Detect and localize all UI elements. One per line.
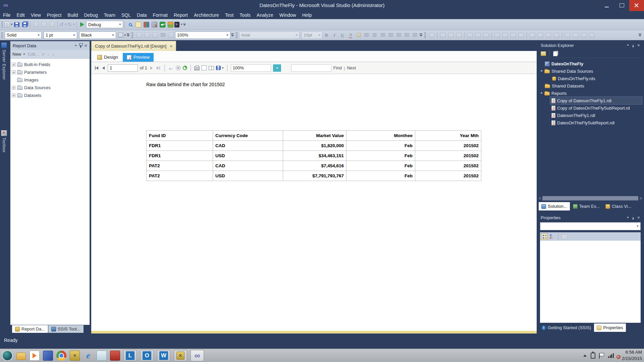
next-link[interactable]: Next xyxy=(347,65,356,70)
node-subreport[interactable]: DatesOnTheFlySubReport.rdl xyxy=(539,119,642,126)
toolbar-overflow-button[interactable] xyxy=(419,32,423,39)
home-icon[interactable] xyxy=(541,51,546,56)
import-button[interactable] xyxy=(158,20,166,28)
find-in-files-button[interactable] xyxy=(126,20,134,28)
tree-item-data-sources[interactable]: Data Sources xyxy=(12,84,88,92)
toolbar-overflow-button[interactable] xyxy=(182,21,186,28)
edit-button[interactable]: Edit... xyxy=(28,52,39,57)
toolbar-grip[interactable] xyxy=(424,32,426,38)
tree-item-parameters[interactable]: Parameters xyxy=(12,68,88,76)
tree-item-built-in-fields[interactable]: Built-in Fields xyxy=(12,61,88,68)
node-datesonthefly1[interactable]: DatesonTheFly1.rdl xyxy=(539,112,642,119)
team-explorer-tab[interactable]: Team Ex... xyxy=(570,202,602,210)
italic-button[interactable]: I xyxy=(330,31,338,39)
alphabetical-sort-icon[interactable] xyxy=(549,234,555,240)
menu-sql[interactable]: SQL xyxy=(118,12,134,18)
preview-tab[interactable]: Preview xyxy=(123,53,154,62)
server-explorer-tab[interactable]: Server Explorer xyxy=(1,42,7,80)
increase-horizontal-spacing-button[interactable] xyxy=(536,31,544,39)
scrollbar-thumb[interactable] xyxy=(542,196,638,200)
expand-icon[interactable] xyxy=(12,86,15,89)
menu-report[interactable]: Report xyxy=(171,12,191,18)
network-signal-icon[interactable] xyxy=(608,353,614,358)
decrease-vertical-spacing-button[interactable] xyxy=(580,31,588,39)
ssis-toolbox-tab[interactable]: SSIS Tool... xyxy=(48,325,84,333)
tree-item-images[interactable]: Images xyxy=(12,76,88,84)
properties-tab[interactable]: Properties xyxy=(594,323,626,332)
redo-button[interactable] xyxy=(67,20,75,28)
menu-project[interactable]: Project xyxy=(44,12,65,18)
properties-header[interactable]: Properties × xyxy=(539,213,642,222)
menu-architecture[interactable]: Architecture xyxy=(191,12,222,18)
same-size-button[interactable] xyxy=(509,31,517,39)
menu-test[interactable]: Test xyxy=(222,12,237,18)
expand-icon[interactable] xyxy=(12,94,15,97)
internet-explorer-icon[interactable]: e xyxy=(83,351,93,361)
increase-vertical-spacing-button[interactable] xyxy=(572,31,580,39)
new-item-button[interactable] xyxy=(5,20,13,28)
align-tops-button[interactable] xyxy=(466,31,474,39)
close-icon[interactable]: × xyxy=(85,43,87,48)
battery-icon[interactable] xyxy=(591,353,595,359)
toolbox-app-icon[interactable] xyxy=(110,351,120,361)
border-style-combo[interactable]: Solid xyxy=(5,32,42,39)
font-color-button[interactable]: A xyxy=(346,31,355,39)
paste-button[interactable] xyxy=(48,20,56,28)
visual-studio-taskbar-button[interactable]: ∞ xyxy=(191,350,204,361)
show-hidden-icons-button[interactable] xyxy=(583,355,587,357)
move-down-icon[interactable]: ↓ xyxy=(52,52,54,57)
equal-vertical-spacing-button[interactable] xyxy=(564,31,572,39)
highlight-button[interactable] xyxy=(355,31,363,39)
close-icon[interactable]: × xyxy=(637,43,640,48)
document-scrollbar[interactable] xyxy=(91,331,537,334)
node-project[interactable]: DatesOnTheFly xyxy=(539,60,642,67)
start-debug-button[interactable] xyxy=(78,20,86,28)
save-all-button[interactable] xyxy=(21,20,29,28)
data-tools-button[interactable] xyxy=(142,20,150,28)
align-right-button[interactable] xyxy=(379,31,387,39)
node-copy-of-subreport[interactable]: Copy of DatesOnTheFlySubReport.rd xyxy=(539,104,642,112)
grouping-button[interactable] xyxy=(159,31,167,39)
stop-rendering-icon[interactable] xyxy=(176,65,181,70)
bold-button[interactable]: B xyxy=(322,31,330,39)
menu-debug[interactable]: Debug xyxy=(81,12,101,18)
toolbar-overflow-button[interactable] xyxy=(638,32,642,39)
window-position-icon[interactable] xyxy=(75,45,77,46)
menu-build[interactable]: Build xyxy=(64,12,81,18)
close-icon[interactable]: × xyxy=(637,215,640,220)
move-up-icon[interactable]: ↑ xyxy=(47,52,49,57)
close-button[interactable] xyxy=(629,0,644,11)
print-icon[interactable] xyxy=(194,66,200,70)
page-setup-icon[interactable] xyxy=(202,65,207,70)
cut-button[interactable] xyxy=(32,20,40,28)
menu-format[interactable]: Format xyxy=(150,12,171,18)
border-color-combo[interactable]: Black xyxy=(79,32,116,39)
expand-icon[interactable] xyxy=(12,63,15,66)
find-input[interactable] xyxy=(291,64,331,72)
collapse-icon[interactable] xyxy=(540,92,543,94)
decrease-horizontal-spacing-button[interactable] xyxy=(544,31,552,39)
report-data-header[interactable]: Report Data × xyxy=(10,41,90,50)
underline-button[interactable]: U xyxy=(338,31,346,39)
pin-icon[interactable] xyxy=(633,217,634,220)
start-button[interactable] xyxy=(2,350,13,361)
notepad-icon[interactable] xyxy=(97,351,107,361)
menu-team[interactable]: Team xyxy=(101,12,118,18)
font-size-combo[interactable]: 10pt xyxy=(302,32,322,39)
align-left-button[interactable] xyxy=(363,31,371,39)
report-zoom-combo[interactable]: 100% xyxy=(175,32,230,39)
package-button[interactable] xyxy=(166,20,174,28)
undo-button[interactable] xyxy=(59,20,67,28)
align-bottoms-button[interactable] xyxy=(482,31,490,39)
preview-zoom-combo[interactable]: 100% xyxy=(231,64,271,72)
menu-tools[interactable]: Tools xyxy=(236,12,254,18)
scroll-left-icon[interactable]: < xyxy=(539,196,541,201)
property-pages-icon[interactable] xyxy=(561,234,568,239)
menu-window[interactable]: Window xyxy=(276,12,299,18)
bullet-list-button[interactable] xyxy=(395,31,403,39)
align-rights-button[interactable] xyxy=(455,31,463,39)
decrease-indent-button[interactable] xyxy=(403,31,411,39)
first-page-button[interactable] xyxy=(94,65,99,71)
font-family-combo[interactable]: Arial xyxy=(239,32,300,39)
back-to-parent-report-icon[interactable]: ← xyxy=(168,65,174,71)
